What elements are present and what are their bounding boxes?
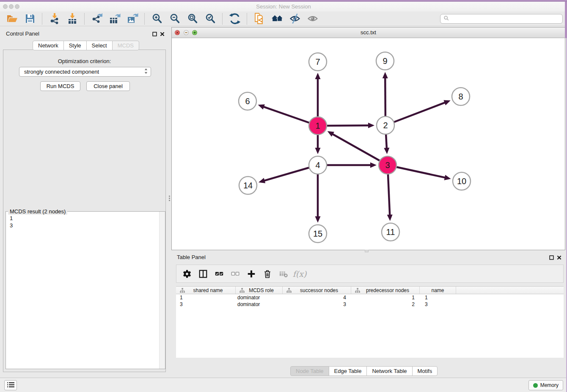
graph-node-label: 8 (458, 92, 463, 101)
export-image-button[interactable] (126, 12, 139, 25)
cell-predecessor-nodes[interactable]: 1 (351, 295, 420, 301)
result-scrollbar[interactable] (159, 212, 165, 369)
tab-network[interactable]: Network (33, 41, 64, 50)
graph-edge-3-1[interactable] (331, 133, 388, 165)
cell-mcds-role[interactable]: dominator (236, 295, 283, 301)
import-table-button[interactable] (66, 12, 79, 25)
network-canvas[interactable]: 7968124314101511 (172, 38, 565, 250)
graph-node-3[interactable]: 3 (379, 156, 396, 174)
table-panel-close-icon[interactable] (557, 255, 562, 260)
tab-motifs[interactable]: Motifs (412, 366, 438, 376)
column-header-shared-name[interactable]: shared name (176, 287, 236, 294)
show-columns-button[interactable] (198, 268, 209, 279)
open-session-button[interactable] (6, 12, 19, 25)
attribute-icon (286, 288, 292, 293)
add-row-button[interactable] (246, 268, 257, 279)
show-panels-button[interactable] (4, 380, 17, 390)
graph-node-9[interactable]: 9 (376, 52, 394, 70)
control-panel-float-icon[interactable] (152, 31, 157, 36)
column-label: name (420, 287, 456, 293)
import-network-button[interactable] (48, 12, 61, 25)
graph-node-7[interactable]: 7 (309, 53, 327, 71)
close-window-button[interactable] (3, 4, 8, 9)
deselect-all-rows-button[interactable] (230, 268, 241, 279)
graph-edge-2-8[interactable] (385, 102, 446, 125)
tab-mcds[interactable]: MCDS (112, 41, 139, 50)
attribute-icon (239, 288, 245, 293)
search-input[interactable] (451, 15, 562, 22)
column-header-mcds-role[interactable]: MCDS role (236, 287, 283, 294)
tab-node-table[interactable]: Node Table (290, 366, 329, 376)
cell-successor-nodes[interactable]: 3 (283, 301, 351, 307)
zoom-selected-button[interactable] (204, 12, 217, 25)
cell-successor-nodes[interactable]: 4 (283, 295, 351, 301)
network-close-button[interactable] (175, 30, 180, 35)
column-header-successor-nodes[interactable]: successor nodes (283, 287, 351, 294)
graph-node-6[interactable]: 6 (239, 92, 256, 110)
cell-predecessor-nodes[interactable]: 2 (351, 301, 420, 307)
select-all-rows-button[interactable] (214, 268, 225, 279)
cell-name[interactable]: 1 (420, 295, 456, 301)
graph-edge-arrowhead (370, 163, 377, 168)
minimize-window-button[interactable] (9, 4, 14, 9)
network-minimize-button[interactable] (184, 30, 189, 35)
save-session-button[interactable] (24, 12, 36, 25)
close-panel-button[interactable]: Close panel (86, 81, 130, 91)
graph-node-2[interactable]: 2 (377, 116, 394, 134)
graph-edge-arrowhead (387, 215, 393, 221)
table-panel-float-icon[interactable] (549, 255, 554, 260)
cell-name[interactable]: 3 (420, 301, 456, 307)
graph-node-10[interactable]: 10 (453, 172, 471, 190)
delete-row-button[interactable] (262, 268, 273, 279)
run-mcds-button[interactable]: Run MCDS (40, 81, 80, 91)
export-network-button[interactable] (91, 12, 103, 25)
table-settings-button[interactable] (182, 268, 193, 279)
tab-edge-table[interactable]: Edge Table (329, 366, 367, 376)
toolbar-separator (247, 13, 248, 25)
tab-network-table[interactable]: Network Table (366, 366, 412, 376)
tab-style[interactable]: Style (63, 41, 87, 50)
graph-node-8[interactable]: 8 (452, 88, 470, 105)
horizontal-splitter-handle[interactable] (365, 250, 369, 252)
cell-mcds-role[interactable]: dominator (236, 301, 283, 307)
zoom-out-button[interactable] (168, 12, 181, 25)
show-graphics-details-button[interactable] (306, 12, 319, 25)
export-table-button[interactable] (108, 12, 121, 25)
select-updown-icon (144, 68, 151, 76)
column-header-name[interactable]: name (420, 287, 456, 294)
graph-node-1[interactable]: 1 (309, 117, 327, 135)
memory-button[interactable]: Memory (528, 380, 563, 390)
main-titlebar: Session: New Session (0, 2, 567, 11)
column-label: predecessor nodes (360, 287, 419, 293)
refresh-layout-button[interactable] (228, 12, 241, 25)
cell-shared-name[interactable]: 3 (176, 301, 236, 307)
zoom-in-button[interactable] (151, 12, 163, 25)
search-box[interactable] (440, 14, 563, 24)
home-button[interactable] (271, 12, 284, 25)
graph-node-11[interactable]: 11 (382, 223, 399, 241)
vertical-splitter-handle[interactable] (169, 195, 171, 203)
graph-node-4[interactable]: 4 (309, 156, 327, 174)
graph-node-label: 9 (383, 56, 387, 66)
zoom-fit-button[interactable] (186, 12, 199, 25)
control-panel-close-icon[interactable] (160, 31, 165, 36)
graph-edge-arrowhead (315, 73, 321, 79)
home-icon (271, 13, 283, 25)
memory-label: Memory (540, 382, 559, 388)
graph-node-label: 15 (313, 229, 322, 238)
clone-network-button[interactable] (253, 12, 266, 25)
graph-node-14[interactable]: 14 (239, 177, 257, 194)
graph-node-15[interactable]: 15 (309, 225, 327, 243)
network-maximize-button[interactable] (192, 30, 197, 35)
table-row[interactable]: 1dominator411 (176, 294, 564, 301)
network-window-titlebar[interactable]: scc.txt (172, 28, 565, 38)
criterion-select[interactable]: strongly connected component (19, 67, 151, 77)
tab-select[interactable]: Select (86, 41, 113, 50)
result-line: 3 (10, 222, 165, 229)
node-table: shared nameMCDS rolesuccessor nodesprede… (176, 286, 564, 358)
table-row[interactable]: 3dominator323 (176, 301, 564, 308)
column-header-predecessor-nodes[interactable]: predecessor nodes (351, 287, 420, 294)
hide-graphics-details-button[interactable] (289, 12, 301, 25)
cell-shared-name[interactable]: 1 (176, 295, 236, 301)
maximize-window-button[interactable] (15, 4, 19, 9)
